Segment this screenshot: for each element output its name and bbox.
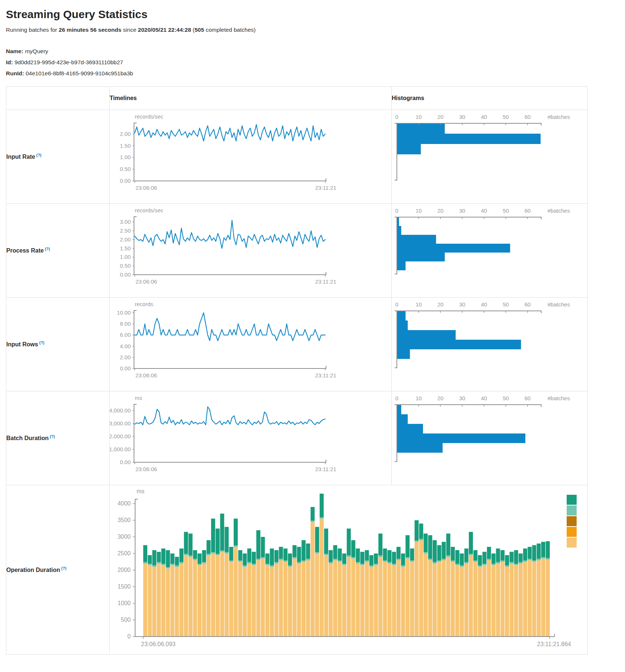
op-bar-segment-bottom — [225, 553, 229, 637]
query-id-value: 9d0dd219-995d-423e-b97d-36931110bb27 — [13, 59, 123, 65]
op-bar-segment-bottom — [365, 562, 369, 637]
op-bar-segment-mid — [179, 562, 183, 563]
op-bar-segment-mid — [302, 560, 306, 562]
op-bar-segment-mid — [166, 567, 170, 569]
svg-text:1.50: 1.50 — [120, 143, 131, 149]
op-bar-segment-bottom — [419, 540, 423, 637]
op-bar-segment-bottom — [333, 560, 337, 637]
op-bar-segment-top — [243, 553, 247, 565]
op-bar-segment-bottom — [238, 562, 242, 637]
op-bar-segment-top — [415, 520, 419, 541]
op-bar-segment-mid — [424, 552, 428, 553]
op-bar-segment-top — [351, 540, 356, 557]
op-bar-segment-top — [333, 545, 337, 559]
svg-text:50: 50 — [503, 114, 509, 120]
histogram-bar — [397, 261, 406, 270]
x-label-left: 23:06:06 — [135, 466, 157, 472]
timeline-series-input-rate — [135, 124, 325, 141]
svg-text:40: 40 — [481, 301, 487, 308]
op-bar-segment-top — [189, 534, 193, 555]
op-bar-segment-mid — [541, 557, 545, 559]
svg-text:0: 0 — [395, 395, 398, 401]
op-bar-segment-top — [496, 549, 500, 562]
row-label-operation-duration: Operation Duration(?) — [6, 485, 110, 655]
op-bar-segment-mid — [234, 545, 238, 547]
op-bar-segment-mid — [274, 562, 278, 563]
op-bar-segment-bottom — [519, 563, 523, 637]
op-bar-segment-bottom — [220, 552, 224, 637]
op-bar-segment-top — [483, 552, 487, 564]
svg-text:50: 50 — [503, 301, 509, 308]
x-label-left: 23:06:06 — [135, 372, 157, 378]
summary-paren: ( — [191, 27, 195, 33]
svg-text:50: 50 — [503, 208, 509, 214]
op-bar-segment-mid — [333, 559, 337, 560]
op-bar-segment-bottom — [496, 563, 500, 637]
svg-text:50: 50 — [503, 395, 509, 401]
help-tooltip-icon[interactable]: (?) — [61, 566, 66, 570]
op-bar-segment-bottom — [537, 560, 541, 637]
op-bar-segment-bottom — [234, 547, 238, 637]
svg-text:2,000.00: 2,000.00 — [110, 433, 131, 439]
op-bar-segment-bottom — [256, 560, 260, 637]
op-bar-segment-mid — [152, 565, 157, 567]
op-bar-segment-top — [306, 544, 310, 559]
op-bar-segment-bottom — [473, 562, 477, 637]
op-bar-segment-bottom — [501, 562, 505, 637]
op-bar-segment-bottom — [415, 542, 419, 637]
row-process-rate: Process Rate(?)records/sec3.002.502.001.… — [6, 204, 588, 298]
op-bar-segment-bottom — [396, 560, 401, 637]
op-bar-segment-bottom — [152, 567, 157, 637]
svg-text:2.00: 2.00 — [120, 354, 131, 360]
op-bar-segment-top — [184, 532, 188, 554]
help-tooltip-icon[interactable]: (?) — [39, 340, 44, 345]
op-bar-segment-top — [383, 549, 387, 560]
svg-text:1000: 1000 — [117, 600, 131, 606]
op-bar-segment-mid — [537, 559, 541, 560]
query-id-label: Id: — [6, 59, 13, 65]
histogram-bar — [397, 123, 445, 134]
svg-text:0.00: 0.00 — [120, 365, 131, 371]
op-bar-segment-top — [433, 540, 437, 562]
svg-text:20: 20 — [437, 301, 444, 308]
help-tooltip-icon[interactable]: (?) — [45, 247, 50, 251]
x-label-left: 23:06:06 — [135, 185, 157, 191]
op-bar-segment-mid — [365, 560, 369, 562]
op-bar-segment-mid — [338, 560, 342, 562]
op-bar-segment-mid — [388, 562, 392, 563]
op-bar-segment-top — [546, 541, 550, 558]
op-bar-segment-top — [148, 555, 152, 564]
op-bar-segment-bottom — [428, 560, 432, 637]
op-bar-segment-mid — [351, 557, 356, 559]
op-bar-segment-top — [514, 550, 518, 564]
op-bar-segment-bottom — [338, 562, 342, 637]
histogram-cell-input-rows: 0102030405060#batches — [392, 298, 588, 391]
svg-text:1,000.00: 1,000.00 — [110, 446, 131, 452]
op-bar-segment-top — [410, 549, 414, 560]
timeline-cell-input-rate: records/sec2.001.501.000.500.0023:06:062… — [110, 110, 392, 204]
svg-text:1.00: 1.00 — [120, 254, 131, 260]
help-tooltip-icon[interactable]: (?) — [36, 153, 41, 157]
op-bar-segment-bottom — [270, 567, 274, 637]
histogram-bar — [397, 424, 423, 433]
op-bar-segment-mid — [202, 562, 206, 563]
op-bar-segment-top — [446, 534, 450, 555]
op-bar-segment-mid — [238, 560, 242, 562]
op-bar-segment-bottom — [265, 565, 269, 637]
x-label-right: 23:11:21 — [315, 278, 336, 285]
op-bar-segment-mid — [360, 564, 364, 565]
op-bar-segment-top — [220, 514, 224, 551]
svg-text:60: 60 — [525, 301, 531, 308]
svg-text:30: 30 — [459, 301, 466, 308]
svg-text:40: 40 — [481, 114, 487, 120]
op-bar-segment-mid — [207, 554, 211, 555]
op-bar-segment-mid — [496, 562, 500, 563]
op-bar-segment-mid — [315, 552, 319, 553]
help-tooltip-icon[interactable]: (?) — [50, 434, 55, 439]
op-bar-segment-top — [473, 550, 477, 560]
op-bar-segment-top — [424, 534, 428, 552]
op-bar-segment-mid — [252, 564, 256, 565]
op-bar-segment-bottom — [541, 559, 545, 637]
op-bar-segment-mid — [406, 557, 410, 559]
op-bar-segment-mid — [193, 559, 197, 560]
